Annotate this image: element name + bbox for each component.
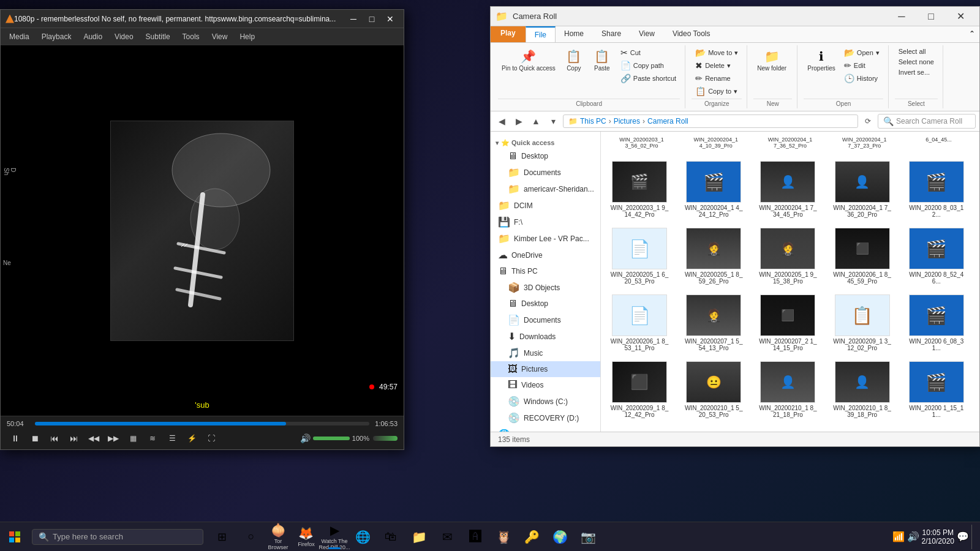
file-item-17[interactable]: 👤 WIN_20200210_1 8_21_18_Pro bbox=[754, 358, 821, 422]
vlc-video-area[interactable]: 'sub 49:57 DSh Ne bbox=[1, 45, 404, 416]
vlc-fullscreen-button[interactable]: ⛶ bbox=[203, 431, 220, 446]
sidebar-item-music[interactable]: 🎵 Music bbox=[491, 345, 600, 361]
vlc-slower-button[interactable]: ◀◀ bbox=[85, 431, 102, 446]
file-item-14[interactable]: 🎬 WIN_20200 6_08_31... bbox=[903, 291, 970, 355]
vlc-menu-playback[interactable]: Playback bbox=[36, 30, 78, 43]
ribbon-paste-button[interactable]: 📋 Paste bbox=[589, 47, 616, 74]
ribbon-invertsel-button[interactable]: Invert se... bbox=[895, 67, 938, 77]
sidebar-quickaccess-section[interactable]: ▾ ⭐ Quick access bbox=[491, 134, 600, 148]
vlc-eq-button[interactable]: ≋ bbox=[144, 431, 161, 446]
file-item-2[interactable]: 👤 WIN_20200204_1 7_34_45_Pro bbox=[754, 157, 821, 222]
ribbon-tab-view[interactable]: View bbox=[630, 26, 664, 42]
vlc-prev-button[interactable]: ⏮ bbox=[46, 431, 63, 446]
file-item-13[interactable]: 📋 WIN_20200209_1 3_12_02_Pro bbox=[829, 291, 896, 355]
taskbar-volume-icon[interactable]: 🔊 bbox=[907, 531, 919, 542]
start-button[interactable] bbox=[0, 522, 29, 552]
taskbar-app-edge[interactable]: 🌐 bbox=[349, 523, 376, 550]
ribbon-tab-home[interactable]: Home bbox=[556, 26, 593, 42]
cortana-button[interactable]: ○ bbox=[238, 522, 265, 552]
sidebar-item-network[interactable]: 🌐 Network bbox=[491, 426, 600, 432]
ribbon-moveto-button[interactable]: 📂 Move to ▾ bbox=[692, 47, 742, 59]
sidebar-item-f-drive[interactable]: 💾 F:\ bbox=[491, 214, 600, 230]
sidebar-item-desktop2[interactable]: 🖥 Desktop bbox=[491, 296, 600, 312]
up-button[interactable]: ▲ bbox=[529, 114, 543, 129]
ribbon-selectall-button[interactable]: Select all bbox=[895, 47, 938, 56]
taskbar-app-vlc[interactable]: ▶ Watch The Red Pill 20... bbox=[321, 523, 348, 550]
vlc-next-button[interactable]: ⏭ bbox=[66, 431, 83, 446]
file-item-7[interactable]: 🤵 WIN_20200205_1 9_15_38_Pro bbox=[754, 224, 821, 288]
file-item-12[interactable]: ⬛ WIN_20200207_2 1_14_15_Pro bbox=[754, 291, 821, 355]
ribbon-copy-button[interactable]: 📋 Copy bbox=[560, 47, 587, 74]
file-item-1[interactable]: 🎬 WIN_20200204_1 4_24_12_Pro bbox=[680, 157, 747, 222]
file-item-15[interactable]: ⬛ WIN_20200209_1 8_12_42_Pro bbox=[606, 358, 673, 422]
taskbar-app-firefox[interactable]: 🦊 Firefox bbox=[293, 523, 320, 550]
sidebar-item-pictures[interactable]: 🖼 Pictures bbox=[491, 361, 600, 377]
ribbon-tab-file[interactable]: File bbox=[526, 26, 556, 42]
breadcrumb-pictures[interactable]: Pictures bbox=[614, 117, 640, 126]
taskbar-datetime[interactable]: 10:05 PM 2/10/2020 bbox=[922, 528, 954, 545]
sidebar-item-documents1[interactable]: 📁 Documents bbox=[491, 164, 600, 181]
breadcrumb[interactable]: 📁 This PC › Pictures › Camera Roll bbox=[563, 114, 858, 128]
file-item-10[interactable]: 📄 WIN_20200206_1 8_53_11_Pro bbox=[606, 291, 673, 355]
vlc-effects-button[interactable]: ⚡ bbox=[183, 431, 200, 446]
recent-button[interactable]: ▾ bbox=[546, 114, 560, 129]
file-item-0[interactable]: 🎬 WIN_20200203_1 9_14_42_Pro bbox=[606, 157, 673, 222]
ribbon-properties-button[interactable]: ℹ Properties bbox=[804, 47, 839, 74]
explorer-maximize-button[interactable]: □ bbox=[917, 7, 945, 26]
sidebar-item-windows-c[interactable]: 💿 Windows (C:) bbox=[491, 393, 600, 410]
vlc-progress-bar[interactable] bbox=[35, 422, 369, 425]
ribbon-tab-share[interactable]: Share bbox=[593, 26, 630, 42]
sidebar-item-thispc[interactable]: 🖥 This PC bbox=[491, 263, 600, 279]
forward-button[interactable]: ▶ bbox=[511, 114, 526, 129]
file-item-6[interactable]: 🤵 WIN_20200205_1 8_59_26_Pro bbox=[680, 224, 747, 288]
vlc-faster-button[interactable]: ▶▶ bbox=[105, 431, 122, 446]
ribbon-history-button[interactable]: 🕒 History bbox=[840, 72, 883, 84]
taskbar-search-bar[interactable]: 🔍 Type here to search bbox=[32, 529, 203, 545]
breadcrumb-thispc[interactable]: This PC bbox=[580, 117, 606, 126]
vlc-menu-tools[interactable]: Tools bbox=[176, 30, 206, 43]
file-item-3[interactable]: 👤 WIN_20200204_1 7_36_20_Pro bbox=[829, 157, 896, 222]
ribbon-rename-button[interactable]: ✏ Rename bbox=[692, 72, 742, 84]
taskbar-app-amazon[interactable]: 🅰 bbox=[462, 523, 489, 550]
vlc-maximize-button[interactable]: □ bbox=[363, 12, 380, 26]
file-item-4[interactable]: 🎬 WIN_20200 8_03_12... bbox=[903, 157, 970, 222]
breadcrumb-cameraroll[interactable]: Camera Roll bbox=[647, 117, 688, 126]
taskbar-app-lastpass[interactable]: 🔑 bbox=[518, 523, 545, 550]
sidebar-item-dcim[interactable]: 📁 DCIM bbox=[491, 197, 600, 214]
ribbon-collapse-button[interactable]: ⌃ bbox=[967, 29, 977, 39]
search-bar[interactable]: 🔍 Search Camera Roll bbox=[878, 114, 976, 129]
ribbon-cut-button[interactable]: ✂ Cut bbox=[617, 47, 680, 59]
explorer-minimize-button[interactable]: ─ bbox=[888, 7, 916, 26]
vlc-playlist-button[interactable]: ☰ bbox=[164, 431, 181, 446]
vlc-menu-subtitle[interactable]: Subtitle bbox=[140, 30, 176, 43]
taskbar-app-store[interactable]: 🛍 bbox=[377, 523, 404, 550]
sidebar-item-videos[interactable]: 🎞 Videos bbox=[491, 377, 600, 393]
ribbon-tab-play[interactable]: Play bbox=[491, 26, 526, 42]
taskbar-app-tripadvisor[interactable]: 🦉 bbox=[490, 523, 517, 550]
ribbon-pasteshortcut-button[interactable]: 🔗 Paste shortcut bbox=[617, 72, 680, 84]
sidebar-item-americavr[interactable]: 📁 americavr-Sheridan... bbox=[491, 181, 600, 197]
ribbon-pin-button[interactable]: 📌 Pin to Quick access bbox=[498, 47, 559, 74]
sidebar-item-onedrive[interactable]: ☁ OneDrive bbox=[491, 247, 600, 263]
taskbar-app-explorer[interactable]: 📁 bbox=[405, 523, 432, 550]
vlc-volume-icon[interactable]: 🔊 bbox=[300, 433, 311, 443]
sidebar-item-3dobjects[interactable]: 📦 3D Objects bbox=[491, 279, 600, 296]
file-item-8[interactable]: ⬛ WIN_20200206_1 8_45_59_Pro bbox=[829, 224, 896, 288]
ribbon-selectnone-button[interactable]: Select none bbox=[895, 57, 938, 67]
sidebar-item-recovery-d[interactable]: 💿 RECOVERY (D:) bbox=[491, 410, 600, 426]
file-item-9[interactable]: 🎬 WIN_20200 8_52_46... bbox=[903, 224, 970, 288]
ribbon-newfolder-button[interactable]: 📁 New folder bbox=[753, 47, 790, 74]
file-item-16[interactable]: 😐 WIN_20200210_1 5_20_53_Pro bbox=[680, 358, 747, 422]
taskbar-desktop-button[interactable] bbox=[971, 525, 975, 549]
vlc-minimize-button[interactable]: ─ bbox=[345, 12, 362, 26]
vlc-menu-video[interactable]: Video bbox=[108, 30, 139, 43]
sidebar-item-documents2[interactable]: 📄 Documents bbox=[491, 312, 600, 328]
taskview-button[interactable]: ⊞ bbox=[208, 522, 235, 552]
taskbar-app-firefox2[interactable]: 🌍 bbox=[546, 523, 573, 550]
taskbar-network-icon[interactable]: 📶 bbox=[892, 531, 905, 542]
vlc-volume-bar[interactable] bbox=[313, 437, 350, 440]
file-item-19[interactable]: 🎬 WIN_20200 1_15_11... bbox=[903, 358, 970, 422]
ribbon-tab-videotools[interactable]: Video Tools bbox=[664, 26, 720, 42]
file-item-18[interactable]: 👤 WIN_20200210_1 8_39_18_Pro bbox=[829, 358, 896, 422]
taskbar-notification-icon[interactable]: 💬 bbox=[957, 531, 969, 542]
